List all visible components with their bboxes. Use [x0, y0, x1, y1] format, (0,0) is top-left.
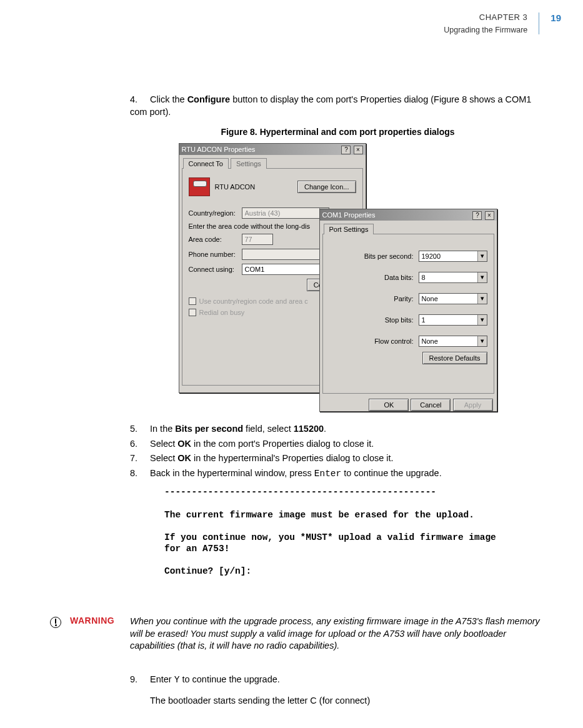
apply-button[interactable]: Apply: [453, 399, 493, 411]
com1-properties-dialog: COM1 Properties ? × Port Settings Bits p…: [319, 209, 497, 412]
checkbox-redial[interactable]: [189, 309, 196, 316]
stop-bits-label: Stop bits:: [385, 316, 414, 324]
closing-text: The bootloader starts sending the letter…: [150, 696, 546, 706]
cancel-button[interactable]: Cancel: [411, 399, 451, 411]
close-icon[interactable]: ×: [485, 211, 494, 220]
warning-block: WARNING When you continue with the upgra…: [50, 616, 546, 652]
dialog-title: RTU ADCON Properties: [182, 144, 256, 155]
country-label: Country/region:: [189, 209, 242, 217]
step-number: 4.: [130, 94, 150, 106]
connection-name: RTU ADCON: [215, 183, 297, 191]
phone-icon: [189, 177, 210, 196]
chk2-label: Redial on busy: [199, 309, 245, 316]
flow-control-label: Flow control:: [374, 337, 413, 345]
terminal-output: ----------------------------------------…: [164, 486, 514, 577]
data-bits-label: Data bits:: [384, 274, 413, 281]
dialog-title: COM1 Properties: [322, 209, 376, 221]
page-header: CHAPTER 3 Upgrading the Firmware 19: [444, 12, 561, 34]
area-code-input[interactable]: [242, 234, 273, 245]
step-9: 9.Enter Y to continue the upgrade.: [130, 674, 546, 687]
checkbox-use-country[interactable]: [189, 297, 196, 305]
warning-icon: [50, 617, 61, 628]
warning-text: When you continue with the upgrade proce…: [130, 616, 546, 652]
phone-input[interactable]: [242, 249, 329, 260]
chevron-down-icon[interactable]: ▾: [477, 336, 487, 346]
figure-caption: Figure 8. Hyperterminal and com port pro…: [130, 127, 546, 137]
help-icon[interactable]: ?: [341, 146, 351, 154]
chk1-label: Use country/region code and area c: [199, 297, 308, 305]
chevron-down-icon[interactable]: ▾: [477, 272, 487, 282]
tab-settings[interactable]: Settings: [231, 158, 267, 169]
page-number: 19: [539, 12, 561, 34]
restore-defaults-button[interactable]: Restore Defaults: [422, 352, 487, 364]
help-icon[interactable]: ?: [472, 211, 482, 220]
ok-button[interactable]: OK: [369, 399, 409, 411]
figure-8: RTU ADCON Properties ? × Connect To Sett…: [179, 143, 497, 412]
chapter-label: CHAPTER 3: [444, 12, 527, 22]
tab-connect-to[interactable]: Connect To: [183, 158, 229, 169]
connect-using-label: Connect using:: [189, 266, 242, 273]
enter-key: Enter: [314, 469, 342, 479]
warning-label: WARNING: [70, 616, 130, 626]
bits-per-second-label: Bits per second:: [364, 252, 414, 260]
tab-port-settings[interactable]: Port Settings: [324, 224, 374, 234]
change-icon-button[interactable]: Change Icon...: [297, 181, 356, 193]
connect-using-select[interactable]: [242, 264, 329, 275]
phone-label: Phone number:: [189, 251, 242, 258]
titlebar: COM1 Properties ? ×: [320, 209, 497, 221]
titlebar: RTU ADCON Properties ? ×: [179, 144, 366, 155]
chevron-down-icon[interactable]: ▾: [477, 251, 487, 261]
area-code-label: Area code:: [189, 236, 242, 243]
step-8: 8.Back in the hyperterminal window, pres…: [130, 467, 546, 481]
chapter-subtitle: Upgrading the Firmware: [444, 26, 527, 34]
area-hint: Enter the area code without the long-dis: [189, 222, 310, 230]
step-4: 4.Click the Configure button to display …: [130, 94, 546, 118]
step-5: 5.In the Bits per second field, select 1…: [130, 423, 546, 436]
chevron-down-icon[interactable]: ▾: [477, 294, 487, 304]
country-select[interactable]: [242, 207, 329, 219]
step-6: 6.Select OK in the com port's Properties…: [130, 438, 546, 451]
chevron-down-icon[interactable]: ▾: [477, 315, 487, 325]
parity-label: Parity:: [394, 295, 413, 302]
step-7: 7.Select OK in the hyperterminal's Prope…: [130, 452, 546, 465]
close-icon[interactable]: ×: [354, 146, 363, 154]
